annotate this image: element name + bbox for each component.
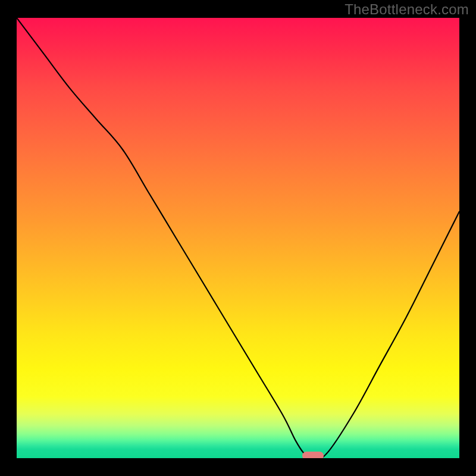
watermark-text: TheBottleneck.com [345, 1, 469, 18]
chart-frame: TheBottleneck.com [0, 0, 476, 476]
plot-area [17, 18, 459, 458]
bottleneck-marker [302, 452, 324, 458]
bottleneck-curve [17, 18, 459, 458]
